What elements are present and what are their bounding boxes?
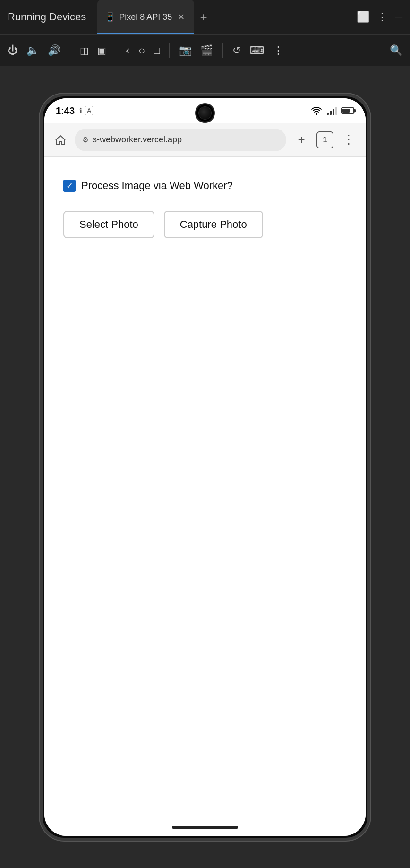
nav-pill xyxy=(172,826,238,829)
rotate-landscape-icon[interactable]: ▣ xyxy=(97,45,106,56)
device-toolbar: ⏻ 🔈 🔊 ◫ ▣ ‹ ○ □ 📷 🎬 ↺ ⌨ ⋮ 🔍 xyxy=(0,34,410,66)
power-icon[interactable]: ⏻ xyxy=(8,44,18,57)
window-layout-icon[interactable]: ⬜ xyxy=(357,11,369,23)
zoom-panel: 🔍 xyxy=(390,44,402,57)
back-nav-icon[interactable]: ‹ xyxy=(126,43,130,58)
status-left-icons: ℹ A xyxy=(79,106,93,115)
toolbar-separator-1 xyxy=(70,43,70,58)
battery-icon xyxy=(341,107,354,114)
battery-fill xyxy=(342,109,350,113)
toolbar-separator-3 xyxy=(169,43,170,58)
active-tab[interactable]: 📱 Pixel 8 API 35 ✕ xyxy=(97,0,194,34)
process-image-checkbox[interactable]: ✓ xyxy=(63,180,76,192)
extra-group: ↺ ⌨ ⋮ xyxy=(232,44,283,57)
tab-device-icon: 📱 xyxy=(105,12,115,22)
tab-bar: 📱 Pixel 8 API 35 ✕ + xyxy=(97,0,357,34)
wifi-icon xyxy=(310,106,323,115)
undo-icon[interactable]: ↺ xyxy=(232,44,241,57)
toolbar-separator-4 xyxy=(222,43,223,58)
checkbox-label: Process Image via Web Worker? xyxy=(81,180,233,192)
home-nav-icon[interactable]: ○ xyxy=(138,44,145,57)
tab-label: Pixel 8 API 35 xyxy=(119,12,172,22)
front-camera xyxy=(195,103,215,123)
url-text: s-webworker.vercel.app xyxy=(93,135,279,145)
media-group: 📷 🎬 xyxy=(179,44,213,57)
tab-active-indicator xyxy=(97,33,194,34)
browser-toolbar: ⚙ s-webworker.vercel.app + 1 ⋮ xyxy=(44,123,366,157)
power-group: ⏻ 🔈 🔊 xyxy=(8,44,60,57)
more-options-icon[interactable]: ⋮ xyxy=(377,11,387,23)
volume-down-icon[interactable]: 🔈 xyxy=(26,44,39,57)
address-icon: ⚙ xyxy=(82,135,89,144)
rotate-portrait-icon[interactable]: ◫ xyxy=(80,45,89,56)
browser-more-icon: ⋮ xyxy=(342,132,355,147)
more-device-icon[interactable]: ⋮ xyxy=(273,44,283,57)
window-title: Running Devices xyxy=(8,11,86,23)
address-bar[interactable]: ⚙ s-webworker.vercel.app xyxy=(75,129,286,151)
phone-screen: 1:43 ℹ A xyxy=(44,98,366,836)
capture-photo-button[interactable]: Capture Photo xyxy=(164,211,263,238)
minimize-icon[interactable]: ─ xyxy=(395,11,402,23)
new-tab-button[interactable]: + xyxy=(194,10,213,25)
new-tab-browser-button[interactable]: + xyxy=(292,130,311,149)
tab-count-text: 1 xyxy=(323,136,327,144)
photo-button-row: Select Photo Capture Photo xyxy=(63,211,347,238)
screenshot-icon[interactable]: 📷 xyxy=(179,44,192,57)
keyboard-icon[interactable]: ⌨ xyxy=(249,44,265,57)
rotate-group: ◫ ▣ xyxy=(80,45,106,56)
select-photo-button[interactable]: Select Photo xyxy=(63,211,154,238)
toolbar-separator-2 xyxy=(116,43,116,58)
overview-nav-icon[interactable]: □ xyxy=(154,44,160,57)
phone-wrapper: 1:43 ℹ A xyxy=(0,66,410,868)
nav-group: ‹ ○ □ xyxy=(126,43,160,58)
tab-close-button[interactable]: ✕ xyxy=(176,11,187,23)
browser-home-button[interactable] xyxy=(52,131,69,148)
add-tab-icon: + xyxy=(298,132,305,147)
signal-icon xyxy=(327,106,337,115)
status-right-icons xyxy=(310,106,354,115)
info-icon: ℹ xyxy=(79,106,82,115)
volume-up-icon[interactable]: 🔊 xyxy=(48,44,60,57)
gesture-bar xyxy=(44,819,366,836)
phone-frame: 1:43 ℹ A xyxy=(40,94,370,841)
browser-more-button[interactable]: ⋮ xyxy=(339,130,358,149)
home-svg-icon xyxy=(54,133,67,147)
toolbar-right-icons: ⬜ ⋮ ─ xyxy=(357,11,402,23)
page-content: ✓ Process Image via Web Worker? Select P… xyxy=(44,157,366,819)
keyboard-status-icon: A xyxy=(85,106,93,115)
screen-record-icon[interactable]: 🎬 xyxy=(200,44,213,57)
camera-lens xyxy=(198,106,212,120)
top-toolbar: Running Devices 📱 Pixel 8 API 35 ✕ + ⬜ ⋮… xyxy=(0,0,410,34)
checkbox-row: ✓ Process Image via Web Worker? xyxy=(63,180,347,192)
zoom-search-icon[interactable]: 🔍 xyxy=(390,44,402,57)
tab-count-button[interactable]: 1 xyxy=(316,131,333,148)
status-time: 1:43 xyxy=(56,105,75,116)
checkmark-icon: ✓ xyxy=(66,182,73,190)
side-button xyxy=(368,229,370,267)
